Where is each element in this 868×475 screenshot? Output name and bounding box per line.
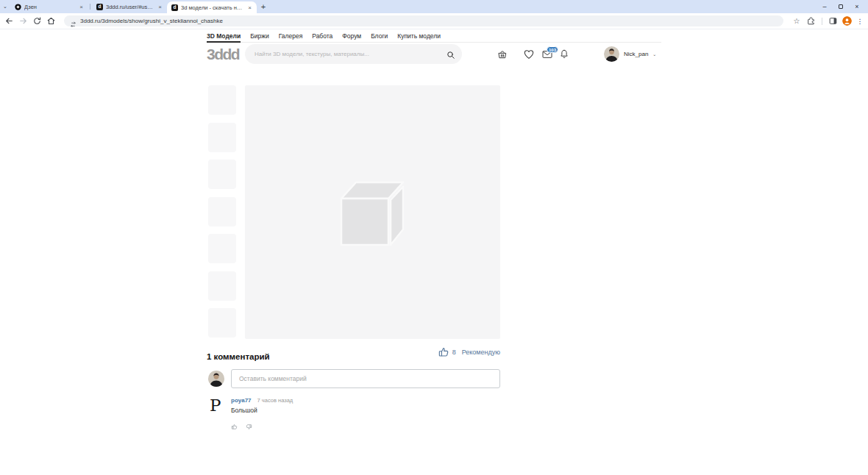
tab-dzen[interactable]: Дзен ×	[10, 0, 88, 13]
nav-item-kupit-modeli[interactable]: Купить модели	[397, 29, 441, 42]
forward-icon[interactable]	[18, 16, 28, 26]
site-header: 3ddd 103	[207, 44, 661, 65]
address-bar[interactable]: 3ddd.ru/3dmodels/show/grushi_v_stekliann…	[64, 15, 783, 26]
menu-kebab-icon[interactable]: ⋮	[856, 18, 864, 25]
site-info-icon[interactable]	[70, 18, 77, 24]
nav-item-birzhi[interactable]: Биржи	[250, 29, 269, 42]
dzen-favicon-icon	[15, 4, 21, 10]
tab-3ddd-feed[interactable]: d 3ddd.ru/user/#user_feeds ×	[92, 0, 167, 13]
maximize-button[interactable]	[833, 0, 849, 13]
extensions-icon[interactable]	[806, 16, 816, 26]
maximize-icon	[839, 4, 843, 9]
tab-3ddd-model-active[interactable]: d 3d модели - скачать на 3ddd ×	[167, 1, 257, 13]
cube-placeholder-icon	[338, 179, 408, 246]
nav-item-rabota[interactable]: Работа	[312, 29, 332, 42]
profile-avatar-icon[interactable]	[842, 16, 852, 26]
comment-meta: poya77 7 часов назад	[231, 397, 293, 404]
thumbnail-placeholder[interactable]	[208, 85, 236, 115]
user-avatar	[604, 46, 619, 62]
thumbnail-placeholder[interactable]	[208, 123, 236, 152]
like-count: 8	[452, 349, 456, 356]
tab-separator	[90, 4, 90, 10]
chevron-down-icon: ⌄	[652, 51, 656, 57]
search-input[interactable]	[245, 44, 462, 64]
3ddd-favicon-icon: d	[96, 4, 103, 10]
url-text: 3ddd.ru/3dmodels/show/grushi_v_stekliann…	[80, 18, 223, 24]
site-nav: 3D Модели Биржи Галерея Работа Форум Бло…	[207, 29, 661, 43]
tab-title: Дзен	[24, 4, 76, 10]
page-content: 3D Модели Биржи Галерея Работа Форум Бло…	[0, 29, 868, 475]
close-window-button[interactable]: ×	[849, 0, 865, 13]
recommend-label: Рекомендую	[462, 349, 500, 356]
basket-icon[interactable]	[497, 49, 508, 60]
comment-text: Большой	[231, 407, 293, 414]
thumbnail-strip	[208, 85, 236, 338]
comment-body: poya77 7 часов назад Большой	[231, 397, 293, 426]
nav-item-forum[interactable]: Форум	[342, 29, 361, 42]
recommend-button[interactable]: 8 Рекомендую	[438, 346, 500, 358]
comment-author-link[interactable]: poya77	[231, 397, 252, 404]
thumb-up-icon	[438, 346, 449, 358]
home-icon[interactable]	[46, 16, 56, 26]
thumbnail-placeholder[interactable]	[208, 234, 236, 263]
site-logo[interactable]: 3ddd	[207, 44, 239, 65]
search-icon[interactable]	[447, 49, 455, 58]
browser-window: ⌄ Дзен × d 3ddd.ru/user/#user_feeds × d …	[0, 0, 868, 475]
3ddd-favicon-icon: d	[171, 4, 178, 11]
thumbnail-placeholder[interactable]	[208, 308, 236, 338]
tab-close-icon[interactable]: ×	[157, 4, 163, 10]
comment-actions	[231, 420, 293, 426]
toolbar-divider	[822, 18, 822, 25]
favorites-heart-icon[interactable]	[523, 49, 535, 60]
minimize-button[interactable]: –	[817, 0, 833, 13]
tab-strip: ⌄ Дзен × d 3ddd.ru/user/#user_feeds × d …	[0, 0, 868, 13]
tab-title: 3d модели - скачать на 3ddd	[181, 4, 244, 11]
new-tab-button[interactable]: +	[257, 0, 270, 13]
comment-dislike-icon[interactable]	[246, 420, 252, 426]
user-name: Nick_pan	[624, 51, 648, 57]
nav-item-galereya[interactable]: Галерея	[279, 29, 303, 42]
current-user-avatar	[208, 371, 224, 387]
thumbnail-placeholder[interactable]	[208, 271, 236, 301]
thumbnail-placeholder[interactable]	[208, 160, 236, 189]
back-icon[interactable]	[4, 16, 14, 26]
comment-timestamp: 7 часов назад	[257, 397, 294, 404]
thumbnail-placeholder[interactable]	[208, 197, 236, 226]
commenter-avatar-letter: P	[210, 397, 221, 414]
nav-item-3d-models[interactable]: 3D Модели	[207, 29, 241, 42]
tab-close-icon[interactable]: ×	[79, 4, 84, 10]
comment-input[interactable]	[231, 369, 500, 388]
comments-heading: 1 комментарий	[207, 352, 270, 361]
search-box	[245, 44, 462, 64]
user-menu[interactable]: Nick_pan ⌄	[604, 46, 656, 62]
tab-title: 3ddd.ru/user/#user_feeds	[106, 4, 154, 10]
window-controls: – ×	[817, 0, 868, 13]
side-panel-icon[interactable]	[828, 16, 838, 26]
mail-badge: 103	[547, 46, 558, 53]
comment-form	[207, 369, 661, 388]
bookmark-star-icon[interactable]: ☆	[791, 17, 802, 25]
tab-close-icon[interactable]: ×	[247, 4, 252, 11]
site-container: 3D Модели Биржи Галерея Работа Форум Бло…	[207, 29, 661, 475]
tab-search-chevron-icon[interactable]: ⌄	[0, 0, 10, 13]
comment-like-icon[interactable]	[231, 420, 238, 426]
nav-item-blogi[interactable]: Блоги	[371, 29, 388, 42]
notifications-bell-icon[interactable]	[558, 49, 570, 60]
browser-toolbar: 3ddd.ru/3dmodels/show/grushi_v_stekliann…	[0, 13, 868, 29]
model-image-placeholder	[245, 85, 500, 339]
reload-icon[interactable]	[32, 16, 42, 26]
